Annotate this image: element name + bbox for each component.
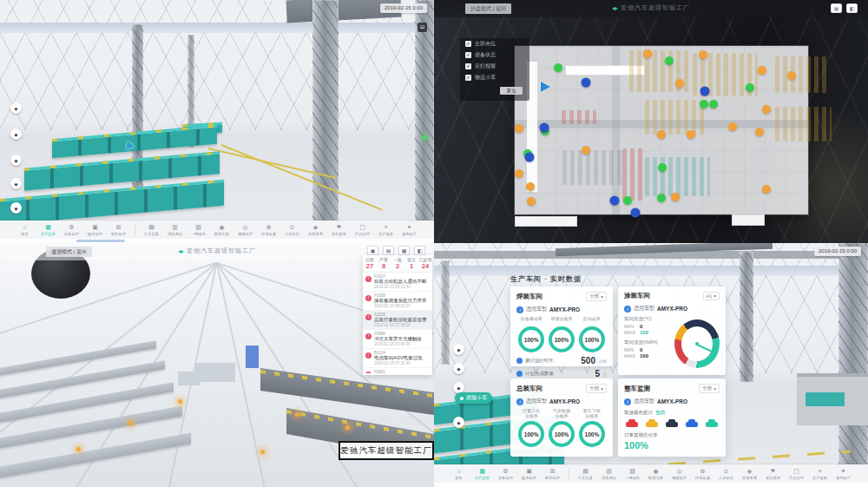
status-dot[interactable] — [700, 87, 710, 96]
toolbar-item[interactable]: ▥ 虚拟调试 — [163, 223, 187, 236]
poi-badge[interactable]: ◆ — [10, 102, 22, 114]
toolbar-item[interactable]: ▤ 工艺仿真 — [140, 223, 163, 236]
status-dot[interactable] — [671, 193, 680, 201]
status-dot[interactable] — [746, 83, 754, 92]
toolbar-item[interactable]: ◈ 质量追溯 — [738, 467, 761, 480]
status-dot[interactable] — [687, 130, 695, 139]
fullscreen-button[interactable]: ⊡ — [418, 23, 427, 32]
status-dot[interactable] — [700, 100, 708, 109]
status-dot[interactable] — [665, 56, 674, 65]
status-dot[interactable] — [623, 196, 632, 205]
poi-badge[interactable]: ◆ — [10, 202, 22, 214]
alarm-stat[interactable]: 严重 8 — [377, 255, 391, 272]
toolbar-item[interactable]: ≡ 生产报表 — [808, 467, 832, 480]
status-dot[interactable] — [709, 100, 718, 109]
alarm-list-item[interactable]: ! F0988 冲压天车安全光栅触发 2019-02-15 07:46:55 — [363, 330, 432, 349]
alarm-stat[interactable]: 总数 27 — [363, 255, 377, 272]
toolbar-item[interactable]: ◈ 质量追溯 — [304, 223, 327, 236]
card-dropdown[interactable]: A1▾ — [703, 292, 720, 300]
status-dot[interactable] — [699, 50, 707, 59]
toolbar-item[interactable]: ▦ 生产总览 — [470, 467, 494, 480]
breadcrumb[interactable]: 漫游模式 | 退出 — [46, 247, 92, 257]
checkbox-checked-icon[interactable]: ✓ — [465, 52, 471, 58]
toolbar-item[interactable]: ≡ 生产报表 — [374, 223, 398, 236]
status-dot[interactable] — [525, 153, 535, 162]
card-dropdown[interactable]: 全部▾ — [586, 292, 607, 301]
reset-view-button[interactable]: 复位 — [500, 87, 523, 95]
toolbar-item[interactable]: ✦ 系统设置 — [398, 223, 421, 236]
toolbar-item[interactable]: ✦ 系统设置 — [832, 467, 855, 480]
toolbar-item[interactable]: ⊙ 人员定位 — [714, 467, 738, 480]
status-dot[interactable] — [728, 122, 737, 131]
poi-badge[interactable]: ◆ — [10, 155, 22, 166]
header-tool-button[interactable]: ▣ — [367, 246, 378, 255]
status-dot[interactable] — [658, 163, 667, 172]
toolbar-item[interactable]: ⌂ 首页 — [13, 223, 36, 236]
alarm-list-item[interactable]: ! F1009 涂装输调漆系统压力异常 2019-02-15 08:05:17 — [363, 292, 432, 311]
status-dot[interactable] — [526, 182, 535, 191]
toolbar-item[interactable]: ▧ 一键巡检 — [187, 223, 210, 236]
toolbar-item[interactable]: ▦ 生产总览 — [36, 223, 60, 236]
poi-badge[interactable]: ◆ — [453, 363, 464, 374]
alarm-list-item[interactable]: ! A2035 总装拧紧枪扭矩超差报警 2019-02-15 07:58:02 — [363, 311, 432, 330]
poi-badge[interactable]: ◆ — [10, 178, 22, 189]
poi-badge[interactable]: ◆ — [10, 128, 22, 140]
status-dot[interactable] — [657, 130, 666, 139]
alarm-stat[interactable]: 已处理 24 — [418, 255, 432, 272]
poi-badge[interactable]: ◆ — [453, 344, 464, 355]
map-control-box[interactable] — [515, 216, 577, 227]
layer-checkbox-row[interactable]: ✓ 全部点位 — [460, 38, 529, 49]
toolbar-item[interactable]: ▥ 虚拟调试 — [597, 467, 621, 480]
header-tool-button[interactable]: ◧ — [414, 246, 425, 255]
status-dot[interactable] — [554, 63, 562, 72]
toolbar-item[interactable]: ▧ 一键巡检 — [621, 467, 644, 480]
status-dot[interactable] — [515, 124, 523, 133]
toolbar-item[interactable]: ⚙ 设备监控 — [494, 467, 517, 480]
map-scale-box[interactable] — [732, 214, 765, 226]
toolbar-item[interactable]: ⚑ 安灯系统 — [327, 223, 351, 236]
alarm-list-item[interactable]: ! F0951 焊装涂胶机胶量不足预警 2019-02-15 07:18:26 — [363, 368, 432, 373]
status-dot[interactable] — [758, 66, 766, 75]
status-dot[interactable] — [582, 146, 590, 155]
toolbar-item[interactable]: ⊕ 环境监测 — [257, 223, 280, 236]
toolbar-item[interactable]: ◎ 视频监控 — [667, 467, 691, 480]
toolbar-item[interactable]: ⊙ 人员定位 — [280, 223, 304, 236]
checkbox-checked-icon[interactable]: ✓ — [465, 41, 471, 47]
header-tool-button[interactable]: ▤ — [831, 3, 842, 13]
header-tool-button[interactable]: ◧ — [846, 3, 858, 13]
header-tool-button[interactable]: ▦ — [398, 246, 410, 255]
layer-checkbox-row[interactable]: ✓ 设备状态 — [460, 49, 529, 61]
card-dropdown[interactable]: 全部▾ — [699, 384, 720, 393]
toolbar-item[interactable]: ◉ 数据大屏 — [210, 223, 233, 236]
alarm-stat[interactable]: 提示 1 — [404, 255, 418, 272]
toolbar-item[interactable]: ▣ 物流监控 — [517, 467, 541, 480]
toolbar-item[interactable]: ▢ 库存管理 — [785, 467, 808, 480]
status-dot[interactable] — [755, 128, 764, 136]
toolbar-item[interactable]: ⌂ 首页 — [447, 467, 470, 480]
status-dot[interactable] — [527, 197, 536, 206]
status-dot[interactable] — [540, 123, 549, 133]
poi-badge[interactable]: ◆ — [453, 417, 464, 428]
toolbar-item[interactable]: ⊕ 环境监测 — [691, 467, 714, 480]
status-dot[interactable] — [631, 208, 641, 218]
status-dot[interactable] — [762, 185, 771, 194]
alarm-list-item[interactable]: ! F1017 焊装点焊机器人通讯中断 2019-02-15 08:12:33 — [363, 273, 432, 292]
layer-checkbox-row[interactable]: ✓ 物流小车 — [460, 72, 529, 83]
toolbar-item[interactable]: ◎ 视频监控 — [233, 223, 257, 236]
toolbar-item[interactable]: ▤ 工艺仿真 — [574, 467, 597, 480]
status-dot[interactable] — [643, 49, 652, 58]
checkbox-checked-icon[interactable]: ✓ — [465, 75, 471, 81]
alarm-list-item[interactable]: ! B1124 电池车间AGV电量过低 2019-02-15 07:31:40 — [363, 349, 432, 368]
status-dot[interactable] — [787, 71, 796, 80]
follow-agv-button[interactable]: 跟随小车 — [455, 392, 492, 404]
status-dot[interactable] — [515, 169, 523, 178]
alarm-stat[interactable]: 一般 2 — [391, 255, 404, 272]
toolbar-item[interactable]: ⊞ 能耗监控 — [107, 223, 130, 236]
layer-checkbox-row[interactable]: ✓ 安灯报警 — [460, 61, 529, 72]
toolbar-item[interactable]: ▣ 物流监控 — [83, 223, 107, 236]
toolbar-item[interactable]: ⚙ 设备监控 — [60, 223, 83, 236]
alarm-list[interactable]: ! F1017 焊装点焊机器人通讯中断 2019-02-15 08:12:33 … — [363, 273, 432, 373]
status-dot[interactable] — [610, 196, 620, 206]
toolbar-item[interactable]: ▢ 库存管理 — [351, 223, 374, 236]
card-dropdown[interactable]: 全部▾ — [586, 384, 607, 393]
